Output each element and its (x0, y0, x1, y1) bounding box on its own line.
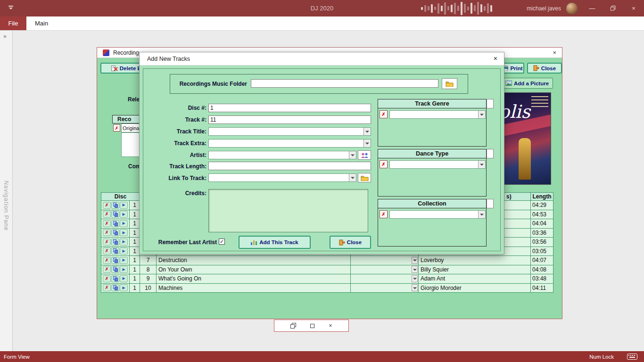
length-cell[interactable]: 03:05 (531, 247, 553, 256)
track-number-cell[interactable]: 9 (140, 274, 157, 284)
expand-pane-icon[interactable]: » (3, 33, 7, 40)
play-track-icon[interactable]: ▶ (120, 211, 128, 218)
track-title-cell[interactable]: Machines (157, 284, 351, 293)
clear-collection-icon[interactable]: ✗ (380, 210, 388, 218)
artist-cell[interactable]: Billy Squier (419, 265, 531, 275)
dropdown-arrow-icon[interactable] (349, 151, 356, 159)
recordings-window-close-icon[interactable]: × (553, 49, 556, 56)
delete-track-icon[interactable]: ✗ (103, 257, 111, 264)
disc-cell[interactable]: 1 (130, 274, 140, 284)
delete-track-icon[interactable]: ✗ (103, 229, 111, 236)
dialog-close-button[interactable]: Close (330, 236, 371, 249)
disc-cell[interactable]: 1 (130, 238, 140, 247)
track-genre-cell[interactable] (351, 265, 419, 275)
close-window-icon[interactable]: × (329, 322, 332, 329)
copy-track-icon[interactable] (111, 257, 119, 264)
copy-track-icon[interactable] (111, 275, 119, 282)
delete-track-icon[interactable]: ✗ (103, 239, 111, 246)
clear-genre-icon[interactable]: ✗ (380, 110, 388, 118)
restore-window-icon[interactable] (290, 323, 296, 329)
link-to-track-combo[interactable] (208, 173, 356, 182)
track-title-cell[interactable]: On Your Own (157, 265, 351, 275)
delete-track-icon[interactable]: ✗ (103, 247, 111, 255)
delete-track-icon[interactable]: ✗ (103, 284, 111, 291)
quick-access-toolbar-icon[interactable] (8, 6, 13, 9)
dropdown-arrow-icon[interactable] (412, 257, 418, 264)
copy-track-icon[interactable] (111, 211, 119, 218)
play-track-icon[interactable]: ▶ (120, 220, 128, 227)
play-track-icon[interactable]: ▶ (120, 266, 128, 273)
close-button[interactable]: × (623, 0, 644, 16)
disc-cell[interactable]: 1 (130, 256, 140, 265)
dropdown-arrow-icon[interactable] (363, 128, 371, 135)
copy-track-icon[interactable] (111, 284, 119, 291)
play-track-icon[interactable]: ▶ (120, 239, 128, 246)
browse-folder-button[interactable] (442, 78, 457, 89)
length-cell[interactable]: 03:48 (531, 274, 553, 284)
header-disc[interactable]: Disc (101, 192, 140, 201)
delete-track-icon[interactable]: ✗ (103, 211, 111, 218)
delete-track-icon[interactable]: ✗ (103, 275, 111, 282)
dropdown-arrow-icon[interactable] (478, 211, 485, 218)
track-title-combo[interactable] (208, 127, 371, 136)
track-number-cell[interactable]: 10 (140, 284, 157, 293)
restore-button[interactable] (603, 0, 623, 16)
track-extra-combo[interactable] (208, 139, 371, 148)
credits-textarea[interactable] (208, 189, 368, 232)
length-cell[interactable]: 04:04 (531, 219, 553, 229)
artist-combo[interactable] (208, 151, 356, 159)
disc-cell[interactable]: 1 (130, 219, 140, 229)
dialog-titlebar[interactable]: Add New Tracks × (140, 52, 504, 66)
play-track-icon[interactable]: ▶ (120, 275, 128, 282)
copy-track-icon[interactable] (111, 266, 119, 273)
track-title-cell[interactable]: What's Going On (157, 274, 351, 284)
disc-cell[interactable]: 1 (130, 247, 140, 256)
music-folder-input[interactable] (251, 79, 438, 88)
play-track-icon[interactable]: ▶ (120, 229, 128, 236)
disc-cell[interactable]: 1 (130, 210, 140, 220)
disc-cell[interactable]: 1 (130, 229, 140, 238)
disc-input[interactable] (208, 104, 371, 112)
length-cell[interactable]: 03:36 (531, 229, 553, 238)
account-name[interactable]: michael javes (527, 5, 561, 12)
link-browse-button[interactable] (358, 173, 371, 182)
disc-cell[interactable]: 1 (130, 265, 140, 275)
length-cell[interactable]: 04:29 (531, 201, 553, 210)
dance-type-combo[interactable] (389, 160, 486, 169)
add-picture-button[interactable]: Add a Picture (501, 78, 553, 89)
clear-dance-type-icon[interactable]: ✗ (380, 160, 388, 168)
delete-track-icon[interactable]: ✗ (103, 202, 111, 209)
artist-cell[interactable]: Loverboy (419, 256, 531, 265)
track-length-input[interactable] (208, 162, 371, 170)
maximize-window-icon[interactable] (310, 324, 314, 328)
copy-track-icon[interactable] (111, 202, 119, 209)
delete-item-icon[interactable]: ✗ (113, 124, 120, 132)
dialog-close-icon[interactable]: × (494, 55, 497, 62)
remember-last-artist-checkbox[interactable]: ✓ (219, 239, 225, 245)
length-cell[interactable]: 03:56 (531, 238, 553, 247)
track-genre-combo[interactable] (389, 110, 486, 119)
disc-cell[interactable]: 1 (130, 201, 140, 210)
dropdown-arrow-icon[interactable] (478, 161, 485, 168)
copy-track-icon[interactable] (111, 247, 119, 255)
track-number-cell[interactable]: 8 (140, 265, 157, 275)
length-cell[interactable]: 04:08 (531, 265, 553, 275)
dropdown-arrow-icon[interactable] (363, 140, 371, 147)
print-button[interactable]: Print (501, 63, 524, 74)
delete-track-icon[interactable]: ✗ (103, 220, 111, 227)
track-genre-cell[interactable] (351, 274, 419, 284)
track-title-cell[interactable]: Destruction (157, 256, 351, 265)
play-track-icon[interactable]: ▶ (120, 202, 128, 209)
play-track-icon[interactable]: ▶ (120, 284, 128, 291)
play-track-icon[interactable]: ▶ (120, 247, 128, 255)
minimize-button[interactable]: — (582, 0, 603, 16)
dropdown-arrow-icon[interactable] (412, 284, 418, 291)
track-genre-cell[interactable] (351, 256, 419, 265)
length-cell[interactable]: 04:53 (531, 210, 553, 220)
header-length[interactable]: Length (531, 192, 553, 201)
delete-track-icon[interactable]: ✗ (103, 266, 111, 273)
copy-track-icon[interactable] (111, 229, 119, 236)
copy-track-icon[interactable] (111, 239, 119, 246)
dropdown-arrow-icon[interactable] (412, 275, 418, 282)
copy-track-icon[interactable] (111, 220, 119, 227)
